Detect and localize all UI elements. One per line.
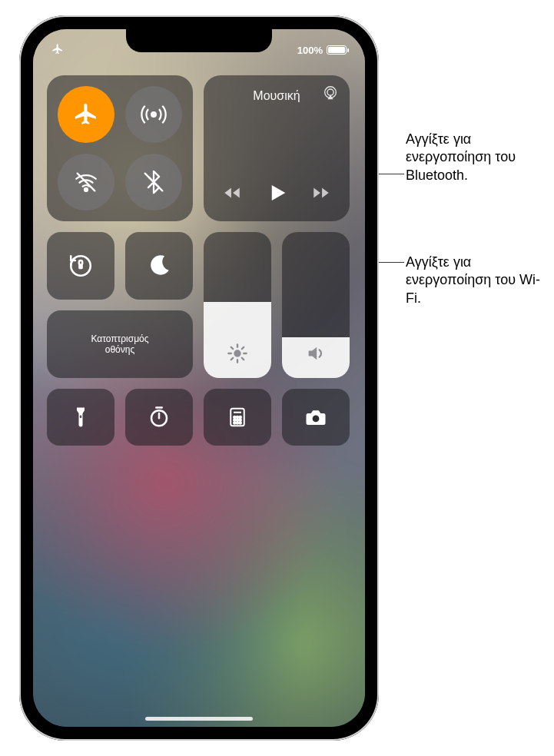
- svg-line-13: [231, 347, 233, 349]
- volume-slider[interactable]: [282, 232, 350, 378]
- wifi-toggle[interactable]: [58, 154, 114, 211]
- home-indicator[interactable]: [145, 717, 253, 721]
- cellular-data-toggle[interactable]: [125, 86, 182, 143]
- play-button[interactable]: [265, 181, 288, 207]
- svg-point-8: [234, 350, 241, 356]
- screen-mirroring-button[interactable]: Κατοπτρισμός οθόνης: [47, 310, 193, 378]
- music-title: Μουσική: [253, 89, 300, 103]
- brightness-slider[interactable]: [204, 232, 271, 378]
- do-not-disturb-toggle[interactable]: [125, 232, 193, 300]
- phone-frame: 100%: [19, 15, 379, 741]
- svg-point-30: [237, 422, 239, 424]
- screen-mirroring-label-line1: Κατοπτρισμός: [91, 333, 148, 344]
- callout-wifi: Αγγίξτε για ενεργοποίηση του Wi-Fi.: [406, 254, 554, 307]
- airplay-icon[interactable]: [322, 85, 339, 101]
- calculator-button[interactable]: [204, 389, 271, 446]
- svg-point-1: [85, 188, 88, 191]
- svg-line-15: [231, 358, 233, 360]
- svg-point-24: [237, 416, 239, 419]
- status-bar: 100%: [33, 40, 365, 60]
- svg-point-27: [237, 419, 239, 422]
- svg-point-32: [313, 416, 320, 423]
- airplane-mode-toggle[interactable]: [58, 86, 114, 143]
- battery-icon: [327, 45, 347, 55]
- callout-bluetooth: Αγγίξτε για ενεργοποίηση του Bluetooth.: [406, 131, 554, 184]
- svg-rect-17: [80, 416, 82, 419]
- status-airplane-icon: [51, 43, 64, 58]
- volume-icon: [305, 343, 327, 367]
- svg-point-26: [234, 419, 236, 422]
- timer-button[interactable]: [125, 389, 193, 446]
- svg-line-16: [242, 347, 244, 349]
- orientation-lock-toggle[interactable]: [47, 232, 114, 300]
- next-track-button[interactable]: [310, 183, 333, 206]
- connectivity-platter[interactable]: [47, 75, 193, 221]
- svg-point-25: [240, 416, 242, 419]
- svg-point-0: [151, 112, 156, 117]
- flashlight-button[interactable]: [47, 389, 114, 446]
- music-platter[interactable]: Μουσική: [204, 75, 350, 221]
- battery-percentage: 100%: [297, 45, 323, 56]
- svg-point-5: [327, 89, 333, 95]
- svg-point-29: [234, 422, 236, 424]
- svg-line-14: [242, 358, 244, 360]
- previous-track-button[interactable]: [221, 183, 244, 206]
- phone-screen: 100%: [33, 29, 365, 727]
- camera-button[interactable]: [282, 389, 350, 446]
- svg-point-23: [234, 416, 236, 419]
- brightness-icon: [227, 343, 248, 367]
- svg-point-31: [240, 422, 242, 424]
- svg-point-28: [240, 419, 242, 422]
- screen-mirroring-label-line2: οθόνης: [105, 344, 134, 355]
- bluetooth-toggle[interactable]: [125, 154, 182, 211]
